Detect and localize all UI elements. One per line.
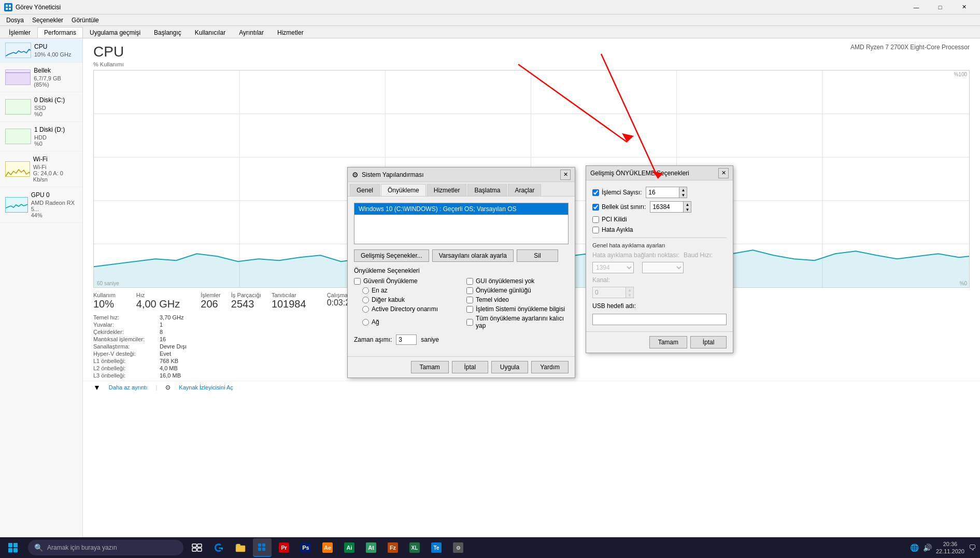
opt-enaz[interactable]: En az xyxy=(354,287,456,294)
sidebar-item-disk1[interactable]: 1 Diski (D:) HDD %0 xyxy=(0,122,82,151)
taskbar-time-display[interactable]: 20:36 22.11.2020 xyxy=(936,540,964,555)
adv-pci-cb[interactable] xyxy=(592,216,599,223)
dialog-tab-hizmetler[interactable]: Hizmetler xyxy=(427,184,467,196)
start-button[interactable] xyxy=(0,537,26,558)
open-monitor-link[interactable]: Kaynak İzleyicisini Aç xyxy=(179,384,233,390)
adv-memory-cb[interactable] xyxy=(592,204,599,211)
app2-btn[interactable]: Ps xyxy=(296,538,315,557)
help-btn[interactable]: Yardım xyxy=(531,361,569,373)
adv-memory-input[interactable] xyxy=(650,202,683,212)
file-explorer-btn[interactable] xyxy=(231,538,250,557)
app6-btn[interactable]: Fz xyxy=(384,538,402,557)
app5-btn[interactable]: At xyxy=(362,538,380,557)
adv-channel-up[interactable]: ▲ xyxy=(626,287,633,292)
opt-enaz-rb[interactable] xyxy=(362,287,369,294)
timeout-input[interactable] xyxy=(396,334,417,345)
advanced-btn[interactable]: Gelişmiş Seçenekler... xyxy=(354,249,429,262)
app4-btn[interactable]: Ai xyxy=(340,538,359,557)
opt-ag[interactable]: Ağ xyxy=(354,315,456,329)
task-view-btn[interactable] xyxy=(188,538,206,557)
opt-gui[interactable]: GUI önyüklemesi yok xyxy=(466,277,569,285)
adv-memory-cb-label[interactable]: Bellek üst sınırı: xyxy=(592,203,646,211)
advanced-dialog[interactable]: Gelişmiş ÖNYÜKLEME Seçenekleri ✕ İşlemci… xyxy=(586,165,733,353)
app7-btn[interactable]: XL xyxy=(405,538,424,557)
adv-processor-up[interactable]: ▲ xyxy=(679,187,687,192)
opt-temel[interactable]: Temel video xyxy=(466,296,569,303)
adv-processor-cb-label[interactable]: İşlemci Sayısı: xyxy=(592,189,642,196)
sysconfg-close-btn[interactable]: ✕ xyxy=(560,170,571,180)
opt-guvenli[interactable]: Güvenli Önyükleme xyxy=(354,277,456,285)
adv-processor-down[interactable]: ▼ xyxy=(679,192,687,198)
tab-kullanicilar[interactable]: Kullanıcılar xyxy=(188,27,232,38)
opt-ag-rb[interactable] xyxy=(362,319,369,326)
adv-cancel-btn[interactable]: İptal xyxy=(690,336,727,348)
adv-close-btn[interactable]: ✕ xyxy=(718,168,729,178)
opt-activedir-rb[interactable] xyxy=(362,306,369,313)
opt-gui-cb[interactable] xyxy=(466,278,473,285)
opt-activedir[interactable]: Active Directory onarımı xyxy=(354,305,456,313)
apply-btn[interactable]: Uygula xyxy=(491,361,528,373)
app9-btn[interactable]: ⚙ xyxy=(449,538,467,557)
adv-debug-cb[interactable] xyxy=(592,227,599,233)
cancel-btn[interactable]: İptal xyxy=(452,361,488,373)
sidebar-item-bellek[interactable]: Bellek 6,7/7,9 GB (85%) xyxy=(0,63,82,92)
opt-kalici-cb[interactable] xyxy=(466,319,473,326)
tab-hizmetler[interactable]: Hizmetler xyxy=(271,27,310,38)
opt-temel-cb[interactable] xyxy=(466,297,473,303)
tab-performans[interactable]: Performans xyxy=(37,27,83,38)
app8-btn[interactable]: Te xyxy=(427,538,446,557)
adv-memory-up[interactable]: ▲ xyxy=(684,202,691,207)
boot-os-list[interactable]: Windows 10 (C:\WINDOWS) : Geçerli OS; Va… xyxy=(354,203,569,244)
close-button[interactable]: ✕ xyxy=(952,0,976,15)
tab-islemler[interactable]: İşlemler xyxy=(2,27,37,38)
adv-processor-spinbox[interactable]: ▲ ▼ xyxy=(646,187,687,198)
sidebar-item-gpu[interactable]: GPU 0 AMD Radeon RX 5... 44% xyxy=(0,187,82,223)
opt-gunluk-cb[interactable] xyxy=(466,287,473,294)
opt-guvenli-cb[interactable] xyxy=(354,278,361,285)
taskbar-search-bar[interactable]: 🔍 Aramak için buraya yazın xyxy=(28,540,183,555)
tab-baslangic[interactable]: Başlangıç xyxy=(147,27,188,38)
task-manager-taskbar-btn[interactable] xyxy=(253,538,272,557)
adv-debug-label[interactable]: Hata Ayıkla xyxy=(592,226,633,233)
notification-icon[interactable]: 🗨 xyxy=(969,543,976,552)
adv-memory-spinbox[interactable]: ▲ ▼ xyxy=(650,201,691,213)
menu-goruntule[interactable]: Görüntüle xyxy=(67,16,103,25)
delete-btn[interactable]: Sil xyxy=(517,249,558,262)
dialog-tab-onyukleme[interactable]: Önyükleme xyxy=(381,184,426,196)
tab-ayrintilar[interactable]: Ayrıntılar xyxy=(232,27,271,38)
app3-btn[interactable]: Ae xyxy=(318,538,337,557)
adv-baud-select[interactable] xyxy=(642,262,684,273)
adv-memory-down[interactable]: ▼ xyxy=(684,207,691,212)
sidebar-item-disk0[interactable]: 0 Diski (C:) SSD %0 xyxy=(0,92,82,122)
adv-channel-down[interactable]: ▼ xyxy=(626,292,633,298)
maximize-button[interactable]: □ xyxy=(928,0,952,15)
opt-os-bilgi[interactable]: İşletim Sistemi önyükleme bilgisi xyxy=(466,305,569,313)
opt-kalici[interactable]: Tüm önyükleme ayarlarını kalıcı yap xyxy=(466,315,569,329)
dialog-tab-baslatma[interactable]: Başlatma xyxy=(467,184,507,196)
adv-processor-input[interactable] xyxy=(646,187,679,198)
tab-uygulama[interactable]: Uygulama geçmişi xyxy=(83,27,147,38)
opt-os-bilgi-cb[interactable] xyxy=(466,306,473,313)
ok-btn[interactable]: Tamam xyxy=(411,361,449,373)
adv-processor-cb[interactable] xyxy=(592,189,599,196)
adv-debug-port-select[interactable]: 1394 xyxy=(592,262,634,273)
boot-os-item-win10[interactable]: Windows 10 (C:\WINDOWS) : Geçerli OS; Va… xyxy=(354,203,568,215)
dialog-tab-genel[interactable]: Genel xyxy=(350,184,380,196)
opt-digerkabuk[interactable]: Diğer kabuk xyxy=(354,296,456,303)
adv-channel-spinbox[interactable]: ▲ ▼ xyxy=(592,287,634,298)
edge-btn[interactable] xyxy=(209,538,228,557)
adv-usb-input[interactable] xyxy=(592,314,727,325)
opt-gunluk[interactable]: Önyükleme günlüğü xyxy=(466,287,569,294)
app1-btn[interactable]: Pr xyxy=(275,538,293,557)
more-details-link[interactable]: Daha az ayrıntı xyxy=(109,384,148,390)
adv-ok-btn[interactable]: Tamam xyxy=(649,336,687,348)
sidebar-item-wifi[interactable]: Wi-Fi Wi-Fi G: 24,0 A: 0 Kb/sn xyxy=(0,151,82,187)
adv-pci-label[interactable]: PCI Kilidi xyxy=(592,216,627,223)
opt-digerkabuk-rb[interactable] xyxy=(362,297,369,303)
adv-channel-input[interactable] xyxy=(593,287,626,298)
minimize-button[interactable]: — xyxy=(904,0,928,15)
menu-secenekler[interactable]: Seçenekler xyxy=(28,16,67,25)
sysconfg-dialog[interactable]: ⚙ Sistem Yapılandırması ✕ Genel Önyüklem… xyxy=(347,167,575,378)
set-default-btn[interactable]: Varsayılanı olarak ayarla xyxy=(432,249,514,262)
dialog-tab-araclar[interactable]: Araçlar xyxy=(508,184,541,196)
